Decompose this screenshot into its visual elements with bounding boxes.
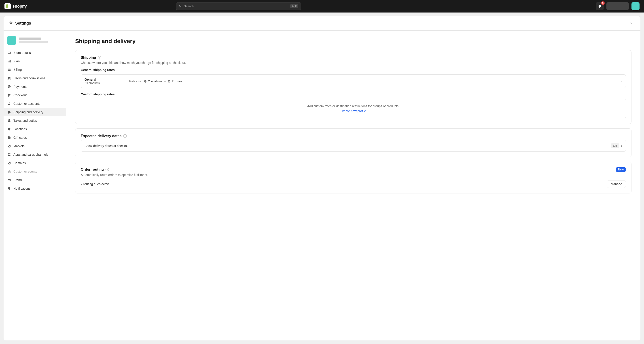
delivery-card: Expected delivery dates i Show delivery …: [75, 128, 632, 157]
store-name-bar: [19, 37, 41, 40]
custom-rates-desc: Add custom rates or destination restrict…: [86, 104, 620, 108]
sidebar-label-customer-accounts: Customer accounts: [14, 102, 40, 105]
sidebar-item-customer-events: Customer events: [4, 167, 66, 176]
locations-text: 2 locations: [148, 79, 162, 83]
sidebar-item-checkout[interactable]: Checkout: [4, 91, 66, 99]
sidebar-label-notifications: Notifications: [14, 187, 30, 190]
sidebar-item-billing[interactable]: Billing: [4, 65, 66, 74]
sidebar-label-taxes-duties: Taxes and duties: [14, 119, 37, 122]
general-sub: All products: [84, 81, 129, 85]
close-button[interactable]: ×: [628, 20, 635, 27]
main-area: Settings × Store detai: [0, 12, 644, 344]
sidebar-item-domains[interactable]: Domains: [4, 159, 66, 167]
sidebar-item-store-details[interactable]: Store details: [4, 48, 66, 57]
sidebar-item-brand[interactable]: Brand: [4, 176, 66, 184]
shipping-title-row: Shipping i: [81, 56, 626, 60]
sidebar-label-domains: Domains: [14, 161, 26, 165]
shipping-row-right: Rates for 2 locations → 2 zones: [129, 79, 621, 83]
gift-icon: [7, 136, 11, 140]
search-icon: [179, 4, 182, 8]
store-profile: [4, 34, 66, 48]
settings-gear-icon: [9, 21, 13, 26]
general-shipping-row[interactable]: General All products Rates for 2 locatio…: [81, 74, 626, 88]
routing-row: 2 routing rules active Manage: [81, 180, 626, 188]
store-info: [19, 37, 48, 43]
routing-title-row: Order routing i New: [81, 167, 626, 172]
custom-rates-box: Add custom rates or destination restrict…: [81, 99, 626, 118]
notifications-nav-icon: [7, 187, 11, 191]
content-area: Shipping and delivery Shipping i Choose …: [66, 30, 640, 341]
shopify-logo-icon: [4, 3, 11, 9]
sidebar-item-notifications[interactable]: Notifications: [4, 184, 66, 193]
page-title: Shipping and delivery: [75, 38, 632, 45]
sidebar-item-plan[interactable]: Plan: [4, 57, 66, 65]
apps-icon: [7, 153, 11, 157]
brand-icon: [7, 178, 11, 182]
sidebar-label-billing: Billing: [14, 68, 22, 71]
sidebar-label-users-permissions: Users and permissions: [14, 76, 45, 80]
sidebar-label-plan: Plan: [14, 59, 20, 63]
sidebar-item-shipping-delivery[interactable]: Shipping and delivery: [4, 108, 66, 116]
delivery-info-icon[interactable]: i: [123, 134, 127, 138]
shipping-subtitle: Choose where you ship and how much you c…: [81, 61, 626, 64]
sidebar-item-gift-cards[interactable]: Gift cards: [4, 133, 66, 142]
shipping-card: Shipping i Choose where you ship and how…: [75, 50, 632, 124]
topbar: shopify Search ⌘ K 3: [0, 0, 644, 12]
sidebar-item-payments[interactable]: Payments: [4, 82, 66, 91]
routing-subtitle: Automatically route orders to optimize f…: [81, 173, 626, 177]
events-icon: [7, 170, 11, 174]
search-shortcut: ⌘ K: [290, 4, 298, 8]
sidebar-item-users-permissions[interactable]: Users and permissions: [4, 74, 66, 82]
store-sub-bar: [19, 41, 48, 43]
zones-text: 2 zones: [172, 79, 182, 83]
locations-icon: [7, 127, 11, 131]
sidebar-item-customer-accounts[interactable]: Customer accounts: [4, 99, 66, 108]
checkout-icon: [7, 93, 11, 97]
markets-icon: [7, 144, 11, 148]
shipping-icon: [7, 110, 11, 114]
sidebar-label-brand: Brand: [14, 178, 22, 182]
routing-card: Order routing i New Automatically route …: [75, 162, 632, 193]
sidebar-label-store-details: Store details: [14, 51, 31, 54]
sidebar-item-locations[interactable]: Locations: [4, 125, 66, 133]
sidebar-item-apps-sales[interactable]: Apps and sales channels: [4, 150, 66, 159]
shipping-info-icon[interactable]: i: [98, 56, 101, 59]
settings-header: Settings ×: [4, 16, 640, 30]
billing-icon: [7, 68, 11, 72]
custom-rates-label: Custom shipping rates: [81, 92, 626, 96]
sidebar: Store details Plan Billing: [4, 30, 66, 341]
store-selector[interactable]: [606, 2, 629, 10]
sidebar-label-checkout: Checkout: [14, 93, 26, 97]
routing-info-icon[interactable]: i: [106, 168, 109, 171]
sidebar-label-customer-events: Customer events: [14, 170, 37, 173]
sidebar-label-gift-cards: Gift cards: [14, 136, 27, 139]
notifications-button[interactable]: 3: [596, 2, 604, 10]
routing-title-left: Order routing i: [81, 168, 109, 172]
delivery-card-title: Expected delivery dates: [81, 134, 122, 138]
sidebar-item-markets[interactable]: Markets: [4, 142, 66, 150]
general-rates-label: General shipping rates: [81, 68, 626, 72]
delivery-row-label: Show delivery dates at checkout: [84, 144, 611, 148]
store-avatar: [7, 36, 16, 45]
create-profile-link[interactable]: Create new profile: [340, 109, 366, 113]
new-badge: New: [616, 167, 626, 172]
off-badge: Off: [611, 143, 619, 148]
delivery-chevron-icon: ›: [621, 144, 622, 148]
general-name: General: [84, 78, 129, 81]
search-container: Search ⌘ K: [176, 2, 301, 10]
delivery-dates-row[interactable]: Show delivery dates at checkout Off ›: [81, 140, 626, 152]
notif-badge: 3: [601, 1, 605, 5]
chevron-right-icon: ›: [621, 79, 622, 83]
users-icon: [7, 76, 11, 80]
sidebar-label-apps-sales: Apps and sales channels: [14, 153, 48, 156]
sidebar-item-taxes-duties[interactable]: Taxes and duties: [4, 116, 66, 125]
sidebar-label-markets: Markets: [14, 144, 24, 148]
logo: shopify: [4, 3, 27, 9]
globe-icon: [168, 80, 170, 83]
routing-text: 2 routing rules active: [81, 182, 110, 186]
user-avatar[interactable]: [632, 2, 640, 10]
search-box[interactable]: Search ⌘ K: [176, 2, 301, 10]
sidebar-label-locations: Locations: [14, 127, 27, 131]
manage-button[interactable]: Manage: [607, 180, 626, 188]
sidebar-label-shipping-delivery: Shipping and delivery: [14, 110, 44, 114]
